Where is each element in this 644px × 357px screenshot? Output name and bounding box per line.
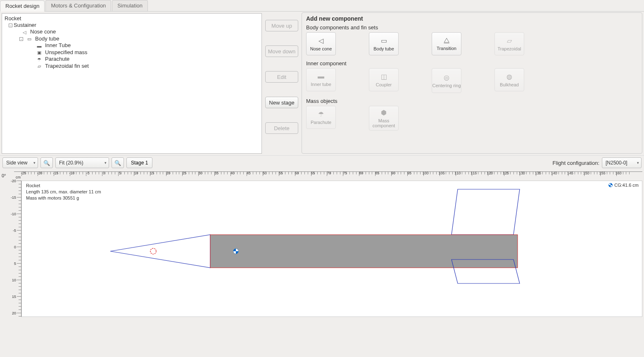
trapezoidal-icon: ▱ xyxy=(507,37,512,45)
body-tube-icon: ▭ xyxy=(24,36,34,42)
flight-config-select[interactable]: [N2500-0] xyxy=(602,157,642,168)
zoom-select[interactable]: Fit (20.9%) xyxy=(55,157,109,168)
body-tube-icon: ▭ xyxy=(381,37,387,45)
tab-simulation[interactable]: Simulation xyxy=(112,0,148,11)
move-down-button[interactable]: Move down xyxy=(265,45,298,57)
tab-rocket-design[interactable]: Rocket design xyxy=(0,0,45,12)
coupler-icon: ◫ xyxy=(381,73,387,81)
zoom-tool-2-button[interactable]: 🔍 xyxy=(112,157,124,168)
svg-marker-0 xyxy=(452,189,520,235)
inner-tube-icon: ▬ xyxy=(318,73,324,80)
mass-icon: ▣ xyxy=(34,49,44,56)
parachute-icon: ☂ xyxy=(318,110,324,118)
ruler-vertical: -20-15-10-505101520 xyxy=(10,181,21,317)
tree-trap-fin[interactable]: ▱Trapezoidal fin set xyxy=(5,63,259,70)
tree-inner-tube[interactable]: ▬Inner Tube xyxy=(5,42,259,49)
nose-cone-icon: ◁ xyxy=(318,37,323,45)
cg-indicator: CG:41.6 cm xyxy=(608,183,639,188)
palette-section-inner: Inner component xyxy=(306,60,638,67)
svg-marker-1 xyxy=(110,235,210,268)
tree-body-tube[interactable]: -▭Body tube xyxy=(5,36,259,43)
cg-icon xyxy=(608,183,613,187)
component-tree[interactable]: Rocket -Sustainer ◁Nose cone -▭Body tube… xyxy=(2,13,262,154)
parachute-icon: ☂ xyxy=(34,56,44,63)
inner-tube-icon: ▬ xyxy=(34,43,44,49)
delete-button[interactable]: Delete xyxy=(265,122,298,134)
tree-unspecified-mass[interactable]: ▣Unspecified mass xyxy=(5,49,259,56)
nose-cone-icon: ◁ xyxy=(19,29,29,36)
palette-section-body: Body components and fin sets xyxy=(306,24,638,31)
add-inner-tube: ▬Inner tube xyxy=(306,68,336,91)
collapse-icon[interactable]: - xyxy=(9,24,12,27)
stage-button[interactable]: Stage 1 xyxy=(126,157,152,168)
tree-sustainer[interactable]: -Sustainer xyxy=(5,22,259,29)
fin-icon: ▱ xyxy=(34,63,44,69)
centering-ring-icon: ◎ xyxy=(444,74,449,81)
collapse-icon[interactable]: - xyxy=(19,37,23,41)
magnifier-icon: 🔍 xyxy=(43,160,50,166)
rocket-canvas[interactable]: Rocket Length 135 cm, max. diameter 11 c… xyxy=(21,181,642,317)
transition-icon: ⧋ xyxy=(444,37,449,44)
tree-parachute[interactable]: ☂Parachute xyxy=(5,56,259,63)
view-mode-select[interactable]: Side view xyxy=(2,157,38,168)
add-parachute: ☂Parachute xyxy=(306,106,336,129)
bulkhead-icon: ◍ xyxy=(506,73,512,81)
tab-motors-config[interactable]: Motors & Configuration xyxy=(45,0,111,11)
tree-nose-cone[interactable]: ◁Nose cone xyxy=(5,29,259,36)
edit-button[interactable]: Edit xyxy=(265,71,298,83)
tabs: Rocket design Motors & Configuration Sim… xyxy=(0,0,644,12)
new-stage-button[interactable]: New stage xyxy=(265,97,298,108)
magnifier-icon: 🔍 xyxy=(114,160,121,166)
add-transition[interactable]: ⧋Transition xyxy=(432,32,461,55)
mass-icon: ⬢ xyxy=(381,109,387,117)
ruler-unit: cm xyxy=(16,175,21,179)
component-palette: Add new component Body components and fi… xyxy=(302,12,642,154)
add-mass-component: ⬢Mass component xyxy=(369,106,399,131)
svg-point-4 xyxy=(150,248,156,254)
rocket-drawing xyxy=(22,181,600,317)
add-bulkhead: ◍Bulkhead xyxy=(494,68,524,91)
add-body-tube[interactable]: ▭Body tube xyxy=(369,32,399,55)
rotation-angle: 0° xyxy=(2,173,6,178)
add-trapezoidal: ▱Trapezoidal xyxy=(494,32,524,55)
move-up-button[interactable]: Move up xyxy=(265,20,298,31)
add-coupler: ◫Coupler xyxy=(369,68,399,91)
svg-rect-2 xyxy=(210,235,518,268)
tree-root[interactable]: Rocket xyxy=(5,15,259,22)
zoom-tool-button[interactable]: 🔍 xyxy=(40,157,53,168)
add-centering-ring: ◎Centering ring xyxy=(432,68,461,93)
flight-config-label: Flight configuration: xyxy=(553,160,599,166)
add-nose-cone[interactable]: ◁Nose cone xyxy=(306,32,336,55)
view-toolbar: Side view 🔍 Fit (20.9%) 🔍 Stage 1 Flight… xyxy=(0,155,644,170)
palette-section-mass: Mass objects xyxy=(306,98,638,104)
ruler-horizontal: cm -25-20-15-10-505101520253035404550556… xyxy=(14,171,642,181)
palette-title: Add new component xyxy=(306,15,638,22)
